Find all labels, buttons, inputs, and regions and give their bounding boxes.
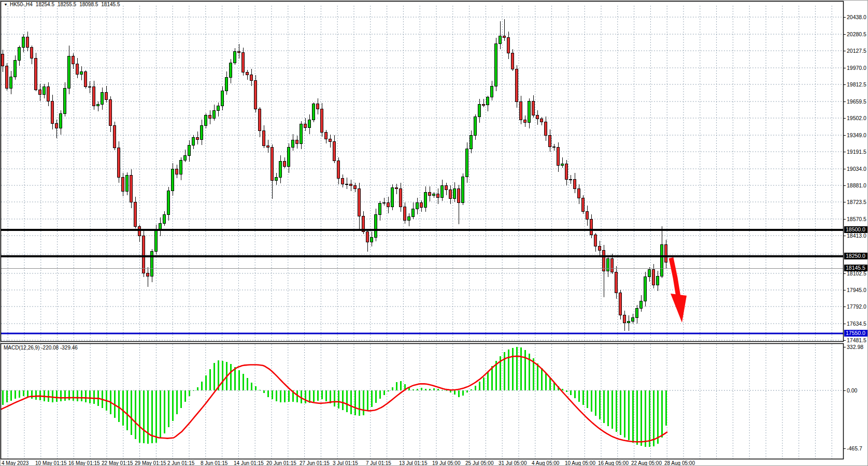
price-tick-mark	[844, 34, 846, 35]
price-tick-mark	[844, 51, 846, 51]
price-levels[interactable]	[1, 229, 844, 334]
price-tick-mark	[844, 17, 846, 18]
price-tick-mark	[844, 219, 846, 220]
quote-open: 18254.5	[36, 2, 54, 7]
macd-indicator-label: MACD(12,26,9) -220.08 -329.46	[4, 345, 78, 351]
price-tick-label: 17634.5	[847, 321, 866, 327]
price-tick-mark	[844, 68, 846, 68]
price-badge: 18500.0	[844, 226, 868, 233]
price-tick-label: 19034.0	[847, 166, 866, 172]
price-badge: 18250.0	[844, 253, 868, 259]
price-tick-mark	[844, 169, 846, 169]
x-axis-label: 22 Aug 05:00	[631, 460, 662, 466]
price-tick-mark	[844, 307, 846, 307]
x-axis-label: 31 Jul 05:00	[499, 460, 527, 466]
price-tick-label: 19349.0	[847, 132, 866, 138]
price-tick-mark	[844, 101, 846, 102]
price-tick-mark	[844, 84, 846, 85]
x-axis-label: 7 Jul 01:15	[366, 460, 391, 466]
price-tick-mark	[844, 290, 846, 290]
price-tick-label: 17481.5	[847, 337, 866, 343]
x-axis-label: 27 Jun 01:15	[300, 460, 330, 466]
price-tick-mark	[844, 185, 846, 186]
price-tick-label: 19659.5	[847, 98, 866, 105]
quote-low: 18098.5	[79, 2, 98, 7]
chart-window: ▼HK50-,H418254.518255.518098.518145.5 MA…	[0, 0, 868, 466]
x-axis-label: 3 Jul 01:15	[333, 460, 358, 466]
x-axis-label: 13 Jul 01:15	[399, 460, 428, 466]
x-axis-label: 20 Jun 01:15	[266, 460, 296, 466]
price-tick-mark	[844, 135, 846, 136]
x-axis-label: 25 Jul 05:00	[465, 460, 494, 466]
macd-pane[interactable]	[1, 347, 843, 447]
x-axis-label: 16 Aug 05:00	[598, 460, 629, 466]
price-tick-label: 17945.0	[847, 287, 866, 293]
price-tick-label: 20127.5	[847, 48, 866, 54]
price-tick-label: 18413.0	[847, 232, 866, 239]
resistance-line-black[interactable]	[1, 255, 844, 257]
symbol-name: HK50-,H4	[10, 2, 33, 7]
x-axis-label: 28 Aug 05:00	[664, 460, 695, 466]
x-axis-label: 4 May 2023	[2, 460, 29, 466]
x-axis-label: 14 Jun 01:15	[234, 460, 264, 466]
price-tick-mark	[844, 236, 846, 236]
x-axis-label: 4 Aug 05:00	[532, 460, 559, 466]
x-axis-label: 19 Jul 05:00	[432, 460, 461, 466]
price-tick-label: 19812.5	[847, 81, 866, 88]
quote-high: 18255.5	[58, 2, 76, 7]
price-tick-label: 19970.0	[847, 65, 866, 71]
price-tick-label: 18570.5	[847, 216, 866, 222]
x-axis-label: 2 Jun 01:15	[167, 460, 194, 466]
macd-tick-mark	[844, 347, 846, 347]
macd-tick-label: 332.98	[847, 344, 863, 350]
price-tick-mark	[844, 324, 846, 324]
chart-canvas[interactable]	[1, 1, 868, 466]
price-tick-mark	[844, 152, 846, 152]
price-tick-mark	[844, 273, 846, 274]
price-tick-mark	[844, 118, 846, 119]
candlestick-series[interactable]	[2, 19, 667, 331]
macd-tick-mark	[844, 448, 846, 449]
symbol-dropdown-icon[interactable]: ▼	[4, 3, 8, 7]
x-axis-label: 22 May 01:15	[102, 460, 133, 466]
resistance-line-black[interactable]	[1, 229, 844, 231]
price-tick-mark	[844, 340, 846, 341]
symbol-header: ▼HK50-,H418254.518255.518098.518145.5	[4, 2, 123, 7]
price-tick-label: 20438.0	[847, 14, 866, 20]
price-tick-label: 19191.5	[847, 149, 866, 155]
price-tick-label: 20280.5	[847, 31, 866, 37]
price-tick-label: 18881.0	[847, 182, 866, 188]
x-axis-label: 29 May 01:15	[135, 460, 166, 466]
support-line-blue[interactable]	[1, 333, 844, 334]
price-tick-label: 17792.0	[847, 303, 866, 310]
macd-value-main: -220.08	[41, 345, 59, 351]
quote-close: 18145.5	[101, 2, 120, 7]
price-badge: 17550.0	[844, 330, 868, 337]
price-tick-label: 18723.5	[847, 199, 866, 205]
macd-name: MACD(12,26,9)	[4, 345, 39, 351]
macd-tick-mark	[844, 390, 846, 391]
macd-tick-label: -465.7	[847, 445, 862, 452]
x-axis-label: 8 Jun 01:15	[201, 460, 227, 466]
x-axis-label: 10 Aug 05:00	[565, 460, 595, 466]
x-axis-label: 10 May 01:15	[35, 460, 67, 466]
macd-value-signal: -329.46	[60, 345, 78, 351]
price-tick-label: 19502.0	[847, 115, 866, 121]
price-tick-mark	[844, 202, 846, 202]
macd-tick-label: 0.00	[847, 387, 857, 394]
x-axis-label: 16 May 01:15	[68, 460, 100, 466]
price-badge: 18145.5	[844, 265, 868, 271]
